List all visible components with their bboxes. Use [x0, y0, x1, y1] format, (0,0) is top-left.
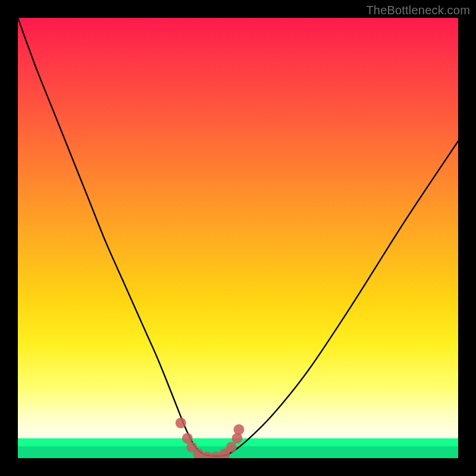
chart-frame: TheBottleneck.com — [0, 0, 476, 476]
bottleneck-curve — [18, 18, 458, 456]
bottom-marker — [226, 442, 237, 453]
plot-area — [18, 18, 458, 458]
bottom-marker-group — [176, 418, 245, 458]
bottom-marker — [232, 433, 243, 444]
watermark-text: TheBottleneck.com — [366, 4, 470, 17]
curve-layer — [18, 18, 458, 458]
bottom-marker — [176, 418, 186, 428]
bottom-marker — [233, 424, 244, 435]
